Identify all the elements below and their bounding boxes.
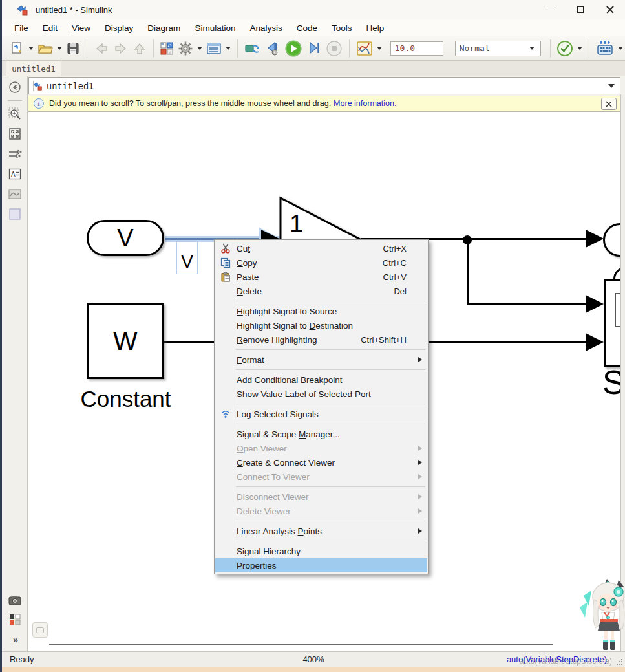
menu-item-create-connect-viewer[interactable]: Create & Connect Viewer — [215, 455, 427, 470]
signal-name-label[interactable]: V — [176, 241, 198, 274]
up-to-parent-button[interactable] — [131, 39, 149, 58]
branch-point[interactable] — [463, 235, 472, 244]
minimize-button[interactable] — [536, 0, 566, 19]
stop-time-input[interactable] — [390, 41, 443, 56]
context-menu-separator — [236, 369, 425, 370]
menu-item-log-selected-signals[interactable]: Log Selected Signals — [215, 407, 427, 421]
menu-item-highlight-signal-to-destination[interactable]: Highlight Signal to Destination — [215, 318, 427, 332]
notification-more-info-link[interactable]: More information. — [334, 99, 396, 108]
constant-block-value: W — [113, 327, 138, 356]
cut-icon-slot — [215, 243, 235, 254]
model-node-icon — [33, 81, 43, 91]
fit-to-view-button[interactable] — [8, 127, 22, 141]
menu-view[interactable]: View — [65, 21, 98, 36]
close-button[interactable] — [595, 0, 625, 19]
build-model-dropdown[interactable] — [618, 47, 623, 50]
model-settings-dropdown[interactable] — [197, 47, 202, 50]
scope-block[interactable] — [604, 279, 620, 367]
simulation-pacing-dropdown[interactable] — [377, 47, 382, 50]
preview-glyph — [36, 627, 44, 633]
library-badge-button[interactable] — [8, 612, 22, 627]
back-button[interactable] — [92, 39, 111, 58]
simulation-pacing-icon — [356, 41, 373, 56]
library-browser-button[interactable] — [158, 39, 176, 58]
run-icon — [284, 39, 302, 58]
palette-sidebar: A — [2, 76, 28, 651]
inport-block-label: V — [117, 224, 133, 252]
expand-palette-button[interactable]: » — [8, 632, 22, 646]
menu-display[interactable]: Display — [98, 21, 140, 36]
maximize-button[interactable] — [566, 0, 595, 19]
build-model-button[interactable] — [594, 39, 616, 58]
menu-item-highlight-signal-to-source[interactable]: Highlight Signal to Source — [215, 304, 427, 318]
open-dropdown[interactable] — [57, 47, 62, 50]
vertical-scrollbar[interactable] — [620, 94, 625, 651]
minimize-icon — [547, 10, 555, 10]
signal-routing-button[interactable] — [8, 147, 22, 161]
menu-tools[interactable]: Tools — [324, 21, 359, 36]
submenu-arrow-icon — [416, 474, 425, 479]
model-explorer-button[interactable] — [204, 39, 224, 58]
model-advisor-dropdown[interactable] — [577, 47, 582, 50]
screenshot-button[interactable] — [8, 593, 22, 607]
maximize-icon — [577, 6, 584, 13]
hide-browser-button[interactable] — [8, 80, 22, 94]
outport-block[interactable] — [603, 223, 620, 257]
notification-close-button[interactable] — [601, 98, 617, 110]
step-back-button[interactable] — [263, 39, 282, 58]
menu-item-copy[interactable]: CopyCtrl+C — [215, 255, 427, 270]
annotation-button[interactable]: A — [8, 167, 22, 181]
wire-branch-to-scope[interactable] — [467, 303, 588, 305]
run-button[interactable] — [282, 39, 304, 58]
menu-item-paste[interactable]: PasteCtrl+V — [215, 270, 427, 284]
annotation-icon: A — [8, 168, 21, 180]
simulation-pacing-button[interactable] — [354, 39, 375, 58]
content-preview-badge[interactable] — [32, 622, 48, 638]
menu-diagram[interactable]: Diagram — [140, 21, 187, 36]
library-browser-icon — [160, 41, 174, 56]
forward-button[interactable] — [111, 39, 131, 58]
horizontal-scrollbar-thumb[interactable] — [49, 644, 553, 645]
save-button[interactable] — [64, 39, 82, 58]
open-button[interactable] — [36, 39, 55, 58]
menu-bar: FileEditViewDisplayDiagramSimulationAnal… — [2, 19, 625, 36]
breadcrumb-model-name[interactable]: untitled1 — [47, 81, 94, 91]
update-diagram-button[interactable] — [242, 39, 263, 58]
zoom-tool-button[interactable] — [8, 107, 22, 121]
menu-item-delete[interactable]: DeleteDel — [215, 284, 427, 298]
model-settings-button[interactable] — [176, 39, 195, 58]
breadcrumb-dropdown-icon[interactable] — [608, 84, 615, 88]
simulation-mode-select[interactable]: Normal — [455, 41, 541, 56]
new-model-dropdown[interactable] — [28, 47, 34, 50]
menu-item-add-conditional-breakpoint[interactable]: Add Conditional Breakpoint — [215, 373, 427, 387]
menu-item-signal-scope-manager[interactable]: Signal & Scope Manager... — [215, 427, 427, 441]
menu-help[interactable]: Help — [359, 21, 392, 36]
step-forward-button[interactable] — [304, 39, 324, 58]
area-select-button[interactable] — [8, 207, 22, 221]
menu-item-cut[interactable]: CutCtrl+X — [215, 241, 427, 255]
new-model-button[interactable] — [8, 39, 26, 58]
menu-item-properties[interactable]: Properties — [215, 558, 427, 572]
model-advisor-button[interactable] — [555, 39, 575, 58]
menu-analysis[interactable]: Analysis — [242, 21, 289, 36]
inport-block[interactable]: V — [87, 220, 164, 256]
menu-simulation[interactable]: Simulation — [187, 21, 242, 36]
image-annotation-button[interactable] — [8, 187, 22, 201]
up-arrow-icon — [132, 41, 147, 56]
menu-file[interactable]: File — [7, 21, 36, 36]
stop-button[interactable] — [324, 39, 344, 58]
menu-item-remove-highlighting[interactable]: Remove HighlightingCtrl+Shift+H — [215, 332, 427, 347]
constant-block[interactable]: W — [87, 303, 164, 379]
tab-untitled1[interactable]: untitled1 — [6, 61, 61, 76]
model-explorer-dropdown[interactable] — [226, 47, 231, 50]
menu-item-show-value-label-of-selected-port[interactable]: Show Value Label of Selected Port — [215, 387, 427, 401]
menu-code[interactable]: Code — [290, 21, 324, 36]
menu-item-format[interactable]: Format — [215, 352, 427, 367]
menu-item-linear-analysis-points[interactable]: Linear Analysis Points — [215, 524, 427, 538]
status-bar: Ready 400% auto(VariableStepDiscrete) au… — [2, 651, 625, 667]
wire-branch-vertical[interactable] — [467, 239, 469, 304]
resize-grip-icon[interactable] — [616, 659, 622, 666]
model-canvas[interactable]: V V 1 W Constant S CutCtrl+XCopyCtrl+CPa… — [28, 112, 620, 651]
menu-edit[interactable]: Edit — [36, 21, 65, 36]
menu-item-signal-hierarchy[interactable]: Signal Hierarchy — [215, 544, 427, 558]
